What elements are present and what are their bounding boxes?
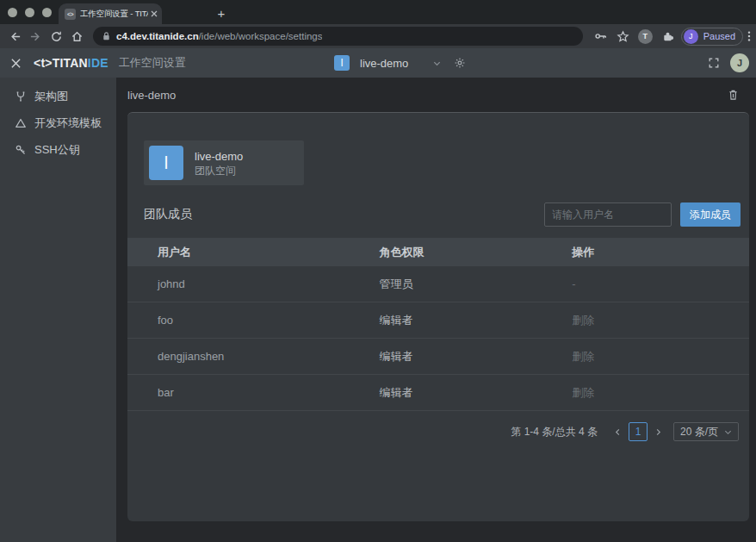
sidebar-item-architecture[interactable]: 架构图	[0, 83, 116, 109]
app-header: <t>TITANIDE 工作空间设置 l live-demo J	[0, 48, 756, 78]
breadcrumb: live-demo	[116, 78, 756, 112]
cell-role: 编辑者	[379, 313, 572, 328]
header-role: 角色权限	[379, 245, 572, 260]
pagination-summary: 第 1-4 条/总共 4 条	[511, 425, 598, 439]
header-action: 操作	[572, 245, 749, 260]
page-number-button[interactable]: 1	[629, 422, 648, 441]
sidebar-item-label: 开发环境模板	[34, 115, 102, 131]
delete-member-link[interactable]: 删除	[572, 385, 749, 401]
page-size-select[interactable]: 20 条/页	[673, 422, 739, 441]
cell-username: bar	[127, 386, 379, 399]
gear-icon[interactable]	[454, 57, 466, 69]
traffic-lights	[0, 0, 59, 24]
app-logo: <t>TITANIDE	[34, 56, 108, 70]
pagination: 第 1-4 条/总共 4 条 1 20 条/页	[127, 422, 739, 441]
sidebar-item-label: SSH公钥	[34, 142, 80, 158]
settings-panel: l live-demo 团队空间 团队成员 添加成员 用户名	[127, 112, 749, 521]
password-key-icon[interactable]	[594, 29, 608, 43]
cell-role: 管理员	[379, 277, 572, 292]
home-icon[interactable]	[71, 30, 84, 43]
user-avatar[interactable]: J	[730, 53, 749, 72]
bookmark-star-icon[interactable]	[617, 30, 629, 43]
extensions-puzzle-icon[interactable]	[661, 30, 674, 43]
chevron-down-icon[interactable]	[432, 59, 442, 68]
tab-strip: <> 工作空间设置 - TITANIDE +	[0, 0, 756, 24]
cell-role: 编辑者	[379, 385, 572, 401]
delete-workspace-icon[interactable]	[728, 89, 739, 101]
minimize-window-button[interactable]	[25, 8, 34, 17]
prev-page-icon[interactable]	[614, 428, 622, 436]
page-size-value: 20 条/页	[680, 425, 718, 439]
sidebar: 架构图 开发环境模板 SSH公钥	[0, 78, 116, 542]
workspace-card: l live-demo 团队空间	[144, 140, 304, 185]
cell-username: foo	[127, 314, 379, 327]
sidebar-item-ssh-key[interactable]: SSH公钥	[0, 136, 116, 163]
browser-toolbar: c4.dev.titanide.cn/ide/web/workspace/set…	[0, 24, 756, 48]
address-bar[interactable]: c4.dev.titanide.cn/ide/web/workspace/set…	[93, 27, 583, 46]
reload-icon[interactable]	[50, 30, 63, 43]
extension-badge[interactable]: T	[638, 29, 653, 44]
table-row: bar 编辑者 删除	[127, 375, 749, 411]
app-body: 架构图 开发环境模板 SSH公钥 live-demo	[0, 78, 756, 542]
tab-title: 工作空间设置 - TITANIDE	[80, 9, 148, 20]
breadcrumb-workspace-name: live-demo	[127, 89, 176, 102]
add-member-button[interactable]: 添加成员	[680, 202, 741, 227]
lock-icon	[102, 31, 111, 41]
members-table: 用户名 角色权限 操作 johnd 管理员 - foo 编辑者 删除	[127, 238, 749, 411]
browser-tab[interactable]: <> 工作空间设置 - TITANIDE	[59, 3, 162, 24]
next-page-icon[interactable]	[654, 428, 662, 436]
fullscreen-icon[interactable]	[708, 57, 720, 69]
workspace-card-badge: l	[149, 146, 183, 180]
team-members-title: 团队成员	[144, 207, 192, 222]
profile-avatar: J	[684, 29, 698, 44]
main-area: live-demo l live-demo 团队空间 团队成员	[116, 78, 756, 542]
forward-icon[interactable]	[29, 30, 42, 43]
table-row: johnd 管理员 -	[127, 266, 749, 302]
back-icon[interactable]	[9, 30, 22, 43]
sidebar-item-label: 架构图	[34, 89, 68, 104]
tab-close-icon[interactable]	[151, 10, 158, 17]
tab-favicon-icon: <>	[65, 9, 76, 20]
username-input[interactable]	[544, 202, 672, 227]
profile-paused-chip[interactable]: J Paused	[681, 28, 743, 46]
url-path: /ide/web/workspace/settings	[199, 31, 323, 41]
workspace-switcher[interactable]: l live-demo	[334, 48, 466, 78]
delete-member-link[interactable]: 删除	[572, 313, 749, 328]
cell-username: johnd	[127, 277, 379, 290]
table-row: foo 编辑者 删除	[127, 302, 749, 339]
workspace-card-type: 团队空间	[195, 164, 243, 178]
page-title: 工作空间设置	[119, 55, 186, 71]
profile-status: Paused	[703, 31, 735, 41]
workspace-name: live-demo	[360, 57, 408, 70]
table-header-row: 用户名 角色权限 操作	[127, 238, 749, 266]
sidebar-item-template[interactable]: 开发环境模板	[0, 109, 116, 136]
browser-menu-icon[interactable]	[747, 30, 751, 42]
chevron-down-icon	[724, 428, 732, 436]
team-members-toolbar: 团队成员 添加成员	[144, 202, 741, 227]
header-username: 用户名	[127, 245, 379, 260]
close-icon[interactable]	[10, 58, 22, 69]
cell-role: 编辑者	[379, 349, 572, 364]
workspace-badge: l	[334, 55, 350, 71]
browser-window: <> 工作空间设置 - TITANIDE + c4.dev.titanide.c…	[0, 0, 756, 542]
zoom-window-button[interactable]	[42, 8, 52, 17]
table-row: dengjianshen 编辑者 删除	[127, 339, 749, 375]
delete-member-link[interactable]: 删除	[572, 349, 749, 364]
close-window-button[interactable]	[8, 8, 17, 17]
cell-username: dengjianshen	[127, 350, 379, 363]
new-tab-button[interactable]: +	[212, 3, 231, 22]
architecture-diagram-icon	[15, 90, 27, 103]
template-icon	[15, 117, 27, 129]
cell-action: -	[572, 277, 749, 290]
url-host: c4.dev.titanide.cn	[116, 31, 199, 41]
ssh-key-icon	[15, 144, 27, 156]
workspace-card-name: live-demo	[195, 149, 243, 164]
